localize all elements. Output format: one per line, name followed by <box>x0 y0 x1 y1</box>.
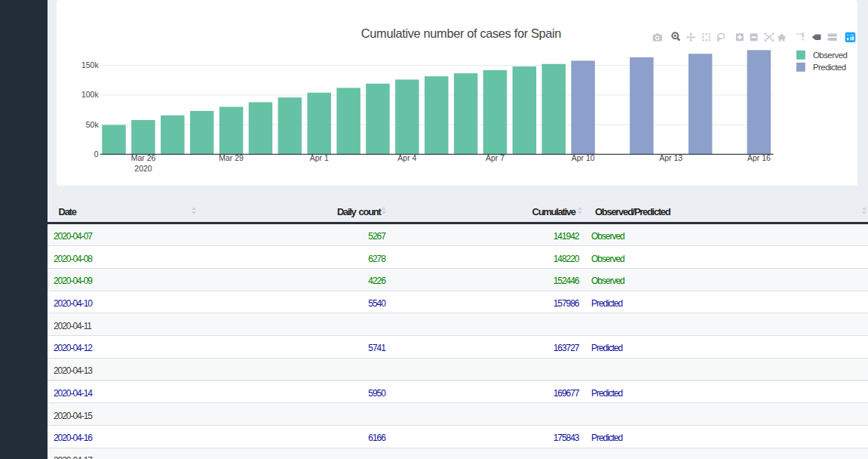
svg-text:Cumulative number of cases for: Cumulative number of cases for Spain <box>361 26 561 40</box>
svg-text:Apr 10: Apr 10 <box>572 153 595 162</box>
svg-text:Observed: Observed <box>813 51 848 60</box>
svg-text:100k: 100k <box>81 90 100 99</box>
svg-text:0: 0 <box>94 149 99 159</box>
svg-text:Apr 4: Apr 4 <box>397 153 416 162</box>
svg-text:Apr 1: Apr 1 <box>310 153 329 162</box>
svg-text:Mar 29: Mar 29 <box>219 153 244 162</box>
svg-text:150k: 150k <box>81 60 100 69</box>
svg-text:Predicted: Predicted <box>813 63 846 72</box>
svg-text:Apr 16: Apr 16 <box>747 153 771 162</box>
svg-text:50k: 50k <box>86 120 100 129</box>
svg-text:Apr 7: Apr 7 <box>486 153 505 162</box>
svg-text:2020: 2020 <box>134 164 152 173</box>
svg-text:Mar 26: Mar 26 <box>131 153 156 162</box>
svg-text:Apr 13: Apr 13 <box>659 153 682 162</box>
